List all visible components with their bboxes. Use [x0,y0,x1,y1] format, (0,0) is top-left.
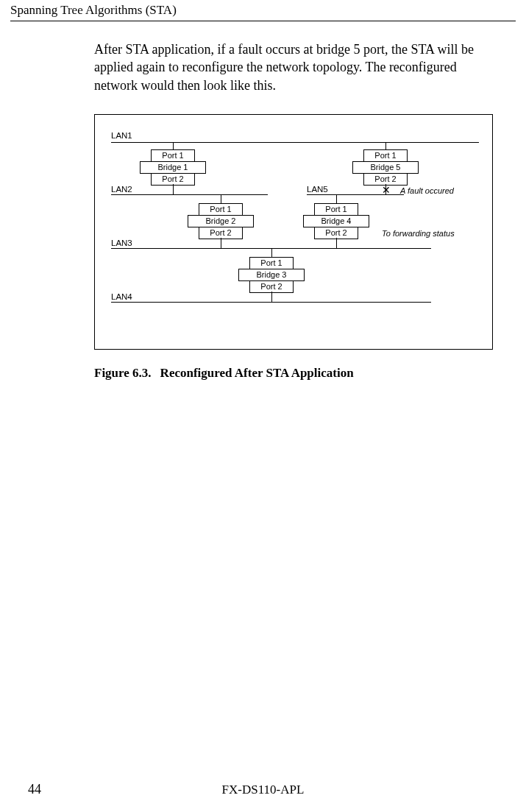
bridge-2: Port 1 Bridge 2 Port 2 [188,203,254,239]
bridge-3: Port 1 Bridge 3 Port 2 [238,257,305,293]
bridge3-bottom-link [271,292,272,302]
bridge2-name: Bridge 2 [188,215,254,227]
lan4-line [111,302,431,303]
bridge4-name: Bridge 4 [303,215,369,227]
lan1-label: LAN1 [111,131,132,140]
fault-annotation: A fault occured [400,186,454,195]
bridge-1: Port 1 Bridge 1 Port 2 [140,149,206,186]
footer-model: FX-DS110-APL [0,783,526,797]
bridge2-top-link [221,194,221,203]
lan3-label: LAN3 [111,239,132,247]
network-diagram: LAN1 Port 1 Bridge 1 Port 2 Port 1 Bridg… [94,114,493,350]
fault-x-icon: ✕ [382,186,391,194]
bridge5-name: Bridge 5 [352,161,419,174]
bridge-4: Port 1 Bridge 4 Port 2 [303,203,369,239]
forwarding-annotation: To forwarding status [382,229,455,238]
header-rule [10,21,516,21]
bridge2-port1: Port 1 [199,203,243,216]
lan1-line [111,142,479,143]
bridge2-bottom-link [221,238,221,248]
body-paragraph: After STA application, if a fault occurs… [94,40,493,94]
caption-label: Figure 6.3. [94,366,152,380]
lan2-line [111,194,268,195]
caption-title: Reconfigured After STA Application [160,366,354,380]
header-title: Spanning Tree Algorithms (STA) [10,3,177,17]
lan5-label: LAN5 [307,185,328,194]
bridge4-top-link [336,194,337,203]
lan4-label: LAN4 [111,292,132,301]
bridge4-bottom-link [336,238,337,248]
bridge1-top-link [173,142,174,149]
bridge1-port1: Port 1 [151,149,195,162]
lan2-label: LAN2 [111,185,132,194]
bridge5-top-link [385,142,386,149]
bridge4-port1: Port 1 [314,203,358,216]
bridge3-top-link [271,248,272,257]
page-header: Spanning Tree Algorithms (STA) [10,3,516,18]
page: Spanning Tree Algorithms (STA) After STA… [0,0,526,812]
figure-caption: Figure 6.3.Reconfigured After STA Applic… [94,366,354,381]
bridge3-port1: Port 1 [249,257,294,269]
bridge3-name: Bridge 3 [238,269,305,281]
bridge1-name: Bridge 1 [140,161,206,174]
bridge-5: Port 1 Bridge 5 Port 2 [352,149,419,186]
bridge5-port1: Port 1 [363,149,408,162]
bridge1-bottom-link [173,184,174,194]
